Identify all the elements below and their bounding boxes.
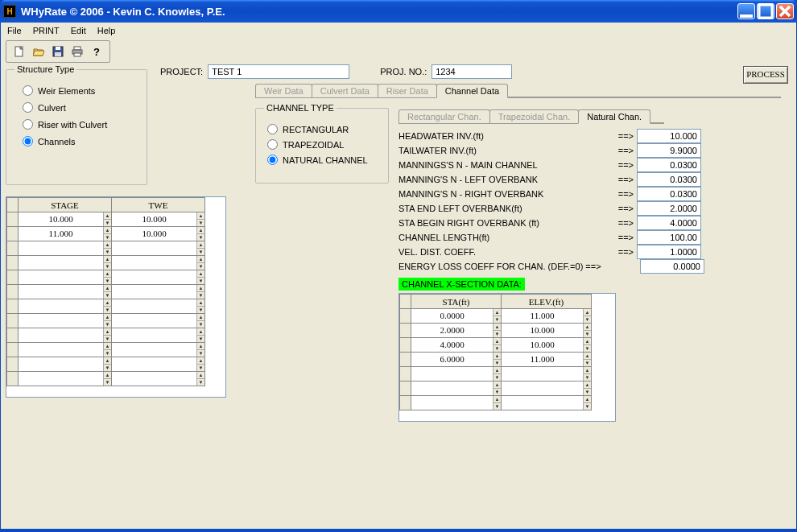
spin-up-icon[interactable]: ▲	[197, 241, 204, 249]
spin-up-icon[interactable]: ▲	[104, 314, 111, 321]
spinner[interactable]: ▲▼	[103, 299, 111, 313]
spin-up-icon[interactable]: ▲	[104, 343, 111, 350]
spin-up-icon[interactable]: ▲	[104, 212, 111, 220]
grid-cell[interactable]: ▲▼	[411, 367, 502, 381]
cell-value[interactable]	[19, 372, 103, 386]
spinner[interactable]: ▲▼	[103, 314, 111, 328]
spin-down-icon[interactable]: ▼	[584, 316, 591, 323]
spinner[interactable]: ▲▼	[493, 381, 501, 395]
spinner[interactable]: ▲▼	[583, 381, 591, 395]
grid-cell[interactable]: 2.0000▲▼	[411, 324, 502, 338]
grid-cell[interactable]: 11.000▲▼	[502, 309, 592, 324]
grid-cell[interactable]: 10.000▲▼	[19, 212, 112, 227]
spin-up-icon[interactable]: ▲	[584, 381, 591, 389]
grid-cell[interactable]: 10.000▲▼	[112, 212, 205, 227]
grid-cell[interactable]: ▲▼	[19, 299, 112, 314]
param-input[interactable]	[637, 172, 701, 187]
spin-down-icon[interactable]: ▼	[197, 263, 204, 270]
grid-cell[interactable]: 11.000▲▼	[19, 227, 112, 241]
spin-down-icon[interactable]: ▼	[493, 403, 501, 410]
radio-culvert-input[interactable]	[23, 102, 33, 113]
cell-value[interactable]	[19, 314, 103, 328]
spin-down-icon[interactable]: ▼	[104, 220, 111, 226]
spinner[interactable]: ▲▼	[583, 396, 591, 410]
spin-up-icon[interactable]: ▲	[104, 227, 111, 234]
grid-cell[interactable]: 4.0000▲▼	[411, 338, 502, 353]
grid-cell[interactable]: ▲▼	[19, 241, 112, 256]
cell-value[interactable]: 2.0000	[411, 324, 493, 337]
param-input[interactable]	[637, 187, 701, 201]
spinner[interactable]: ▲▼	[103, 270, 111, 284]
radio-channels[interactable]: Channels	[23, 136, 138, 146]
spin-down-icon[interactable]: ▼	[493, 360, 501, 366]
spin-down-icon[interactable]: ▼	[197, 249, 204, 255]
radio-nat-input[interactable]	[267, 155, 278, 165]
spinner[interactable]: ▲▼	[103, 372, 111, 386]
grid-cell[interactable]: 6.0000▲▼	[411, 353, 502, 367]
spin-up-icon[interactable]: ▲	[493, 396, 501, 403]
spin-down-icon[interactable]: ▼	[493, 331, 501, 337]
spin-down-icon[interactable]: ▼	[104, 249, 111, 255]
cell-value[interactable]: 11.000	[19, 227, 103, 241]
spin-up-icon[interactable]: ▲	[197, 270, 204, 278]
menu-file[interactable]: File	[7, 26, 22, 35]
grid-cell[interactable]: ▲▼	[112, 357, 205, 372]
spin-down-icon[interactable]: ▼	[197, 321, 204, 328]
spin-up-icon[interactable]: ▲	[584, 396, 591, 403]
cell-value[interactable]: 4.0000	[411, 338, 493, 352]
spinner[interactable]: ▲▼	[196, 285, 204, 299]
row-header[interactable]	[7, 357, 19, 372]
grid-cell[interactable]: 10.000▲▼	[502, 338, 592, 353]
row-header[interactable]	[7, 328, 19, 343]
spinner[interactable]: ▲▼	[103, 357, 111, 371]
spinner[interactable]: ▲▼	[196, 372, 204, 386]
spinner[interactable]: ▲▼	[103, 256, 111, 270]
param-input[interactable]	[637, 245, 701, 259]
spinner[interactable]: ▲▼	[196, 328, 204, 342]
close-button[interactable]	[776, 3, 794, 19]
xsection-grid[interactable]: STA(ft) ELEV.(ft) 0.0000▲▼11.000▲▼2.0000…	[398, 293, 616, 422]
tab-trap-chan[interactable]: Trapezoidal Chan.	[489, 109, 579, 123]
cell-value[interactable]	[19, 270, 103, 284]
param-input[interactable]	[637, 230, 701, 245]
cell-value[interactable]	[112, 270, 196, 284]
spin-up-icon[interactable]: ▲	[584, 324, 591, 331]
spin-up-icon[interactable]: ▲	[104, 241, 111, 249]
param-input[interactable]	[637, 129, 701, 143]
project-input[interactable]	[208, 64, 349, 79]
grid-cell[interactable]: ▲▼	[112, 285, 205, 299]
spinner[interactable]: ▲▼	[103, 212, 111, 226]
spinner[interactable]: ▲▼	[103, 227, 111, 241]
spin-down-icon[interactable]: ▼	[584, 403, 591, 410]
spin-up-icon[interactable]: ▲	[104, 372, 111, 379]
row-header[interactable]	[400, 338, 411, 353]
spin-up-icon[interactable]: ▲	[493, 338, 501, 345]
param-input[interactable]	[637, 158, 701, 172]
new-icon[interactable]	[10, 43, 29, 60]
spinner[interactable]: ▲▼	[493, 396, 501, 410]
grid-cell[interactable]: ▲▼	[19, 270, 112, 285]
spin-up-icon[interactable]: ▲	[104, 256, 111, 263]
grid-cell[interactable]: ▲▼	[502, 396, 592, 410]
spin-up-icon[interactable]: ▲	[197, 299, 204, 307]
spin-down-icon[interactable]: ▼	[104, 307, 111, 313]
spin-down-icon[interactable]: ▼	[104, 292, 111, 299]
cell-value[interactable]	[112, 328, 196, 342]
spin-up-icon[interactable]: ▲	[584, 309, 591, 316]
radio-rect-input[interactable]	[267, 124, 278, 134]
radio-riser[interactable]: Riser with Culvert	[23, 119, 138, 130]
maximize-button[interactable]	[757, 3, 774, 19]
cell-value[interactable]: 10.000	[112, 212, 196, 226]
cell-value[interactable]	[502, 396, 583, 410]
grid-cell[interactable]: ▲▼	[19, 372, 112, 386]
row-header[interactable]	[7, 241, 19, 256]
spin-up-icon[interactable]: ▲	[104, 357, 111, 365]
spinner[interactable]: ▲▼	[103, 285, 111, 299]
cell-value[interactable]	[112, 372, 196, 386]
cell-value[interactable]: 6.0000	[411, 353, 493, 366]
spinner[interactable]: ▲▼	[103, 328, 111, 342]
spin-down-icon[interactable]: ▼	[104, 350, 111, 357]
spin-down-icon[interactable]: ▼	[104, 379, 111, 386]
radio-rect[interactable]: RECTANGULAR	[267, 124, 380, 134]
spinner[interactable]: ▲▼	[493, 309, 501, 323]
